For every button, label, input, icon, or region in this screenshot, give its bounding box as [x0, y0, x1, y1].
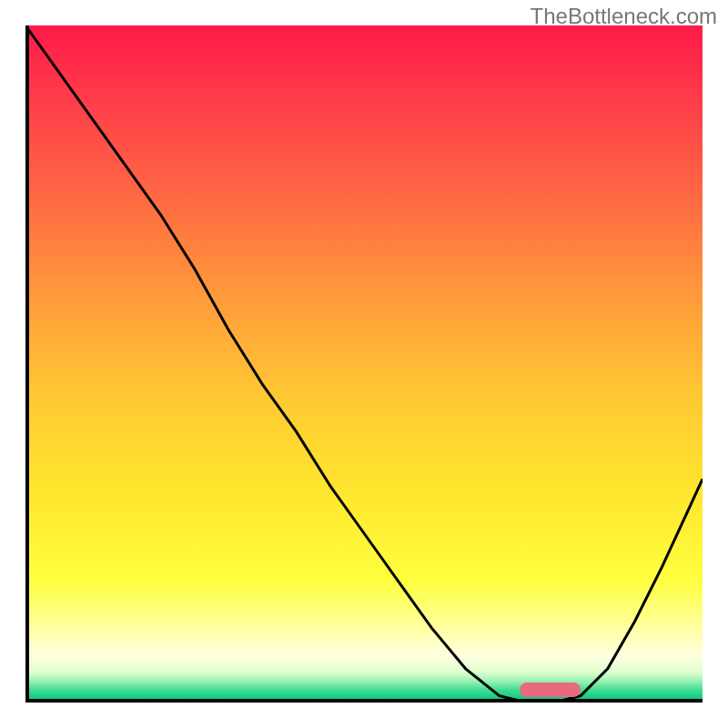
optimal-range-marker: [520, 682, 581, 697]
bottleneck-curve: [25, 25, 703, 703]
watermark-text: TheBottleneck.com: [531, 4, 717, 29]
